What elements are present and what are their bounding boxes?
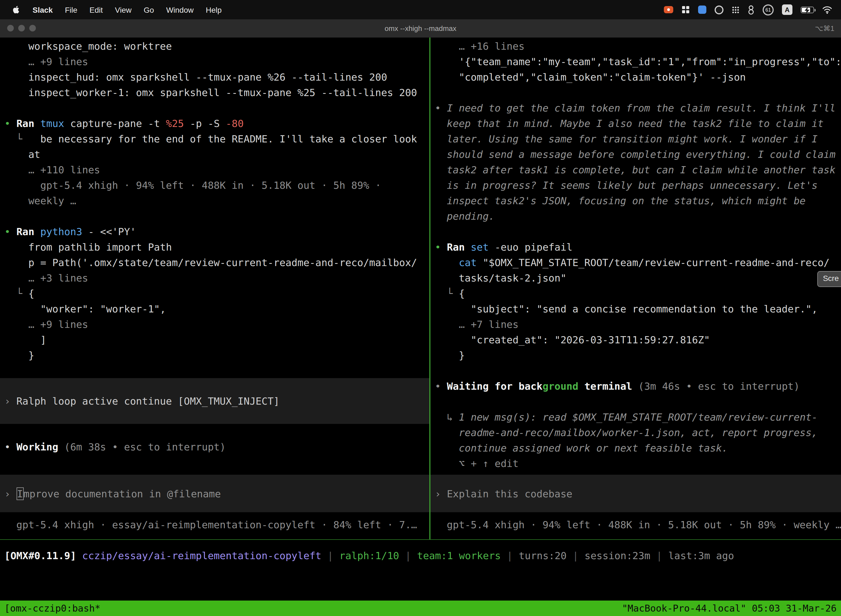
terminal-line: workspace_mode: worktree — [4, 39, 429, 54]
right-pane-output: … +16 lines '{"team_name":"my-team","tas… — [431, 38, 841, 471]
terminal-line: … +7 lines — [435, 317, 841, 332]
terminal-line: is in progress? It seems likely but perh… — [435, 178, 841, 193]
charging-bolt-icon — [804, 6, 810, 13]
terminal-line: … +3 lines — [4, 270, 429, 286]
dark-circle-app-icon[interactable] — [715, 5, 724, 14]
terminal-line: } — [435, 348, 841, 363]
terminal-line: └ { — [435, 286, 841, 301]
left-pane-footer: gpt-5.4 xhigh · essay/ai-reimplementatio… — [4, 517, 417, 532]
chevron-icon: › — [435, 488, 447, 499]
terminal-line: gpt-5.4 xhigh · 94% left · 488K in · 5.1… — [4, 178, 429, 193]
terminal-line — [435, 363, 841, 378]
menu-bar-status: 61 A — [664, 4, 834, 15]
window-shortcut-hint: ⌥⌘1 — [815, 24, 834, 32]
terminal-line: inspect task2's JSON, focusing on the st… — [435, 193, 841, 209]
meter-badge[interactable]: 61 — [763, 4, 774, 15]
terminal-line: "worker": "worker-1", — [4, 301, 429, 317]
left-pane-output: workspace_mode: worktree … +9 lines insp… — [0, 38, 429, 363]
terminal-line: … +110 lines — [4, 162, 429, 178]
terminal-line: continue assigned work or next feasible … — [435, 440, 841, 456]
terminal-line: ⌥ + ↑ edit — [435, 456, 841, 471]
terminal-line: inspect_worker-1: omx sparkshell --tmux-… — [4, 85, 429, 100]
menu-items: FileEditViewGoWindowHelp — [59, 0, 228, 19]
prompt-input-right[interactable]: › Explain this codebase — [431, 475, 841, 512]
window-titlebar: omx --xhigh --madmax ⌥⌘1 — [0, 19, 841, 38]
screen-tooltip: Scre — [817, 271, 841, 287]
terminal-line — [4, 100, 429, 116]
terminal-line: pending. — [435, 209, 841, 224]
menu-bar: Slack FileEditViewGoWindowHelp 61 A — [0, 0, 841, 19]
terminal-line — [4, 209, 429, 224]
omx-hud-status-line: [OMX#0.11.9] cczip/essay/ai-reimplementa… — [4, 548, 734, 563]
apple-menu[interactable] — [7, 0, 26, 19]
apple-icon — [13, 5, 21, 14]
menu-item-go[interactable]: Go — [138, 0, 160, 19]
window-controls — [7, 25, 36, 31]
terminal-line: task2 after task1 is complete, but can I… — [435, 162, 841, 178]
terminal-line: from pathlib import Path — [4, 239, 429, 255]
screen: Slack FileEditViewGoWindowHelp 61 A — [0, 0, 841, 616]
terminal-line: should send a message before completing … — [435, 147, 841, 162]
terminal-line: '{"team_name":"my-team","task_id":"1","f… — [435, 54, 841, 70]
terminal-line: "subject": "send a concise recommendatio… — [435, 301, 841, 317]
inject-banner[interactable]: › Ralph loop active continue [OMX_TMUX_I… — [0, 378, 429, 424]
terminal-line: inspect_hud: omx sparkshell --tmux-pane … — [4, 70, 429, 85]
grid-icon[interactable] — [681, 6, 690, 14]
prompt-placeholder: mprove documentation in @filename — [23, 488, 221, 499]
menu-bar-left: Slack FileEditViewGoWindowHelp — [7, 0, 228, 19]
window-title: omx --xhigh --madmax — [0, 24, 841, 32]
figure-eight-icon[interactable] — [748, 5, 755, 15]
terminal-line: later. Using the same for transition mig… — [435, 131, 841, 147]
terminal-line: p = Path('.omx/state/team/review-current… — [4, 255, 429, 270]
text-cursor: I — [16, 487, 23, 500]
right-pane-footer: gpt-5.4 xhigh · 94% left · 488K in · 5.1… — [435, 517, 841, 532]
terminal-line — [435, 224, 841, 239]
zoom-button[interactable] — [29, 25, 36, 31]
terminal-line — [435, 394, 841, 409]
recording-indicator-icon[interactable] — [664, 6, 673, 13]
terminal-line: • I need to get the claim token from the… — [435, 100, 841, 116]
dots-grid-icon[interactable] — [732, 6, 740, 13]
meter-value: 61 — [765, 7, 771, 12]
terminal-line: cat "$OMX_TEAM_STATE_ROOT/team/review-cu… — [435, 255, 841, 270]
menu-item-window[interactable]: Window — [160, 0, 200, 19]
menu-item-edit[interactable]: Edit — [84, 0, 109, 19]
terminal-line: } — [4, 348, 429, 363]
blue-app-icon[interactable] — [698, 6, 706, 14]
menu-item-help[interactable]: Help — [200, 0, 228, 19]
terminal-panes: workspace_mode: worktree … +9 lines insp… — [0, 38, 841, 539]
wifi-icon[interactable] — [822, 6, 832, 13]
tmux-host-clock: "MacBook-Pro-44.local" 05:03 31-Mar-26 — [622, 601, 837, 616]
terminal-line: … +9 lines — [4, 317, 429, 332]
minimize-button[interactable] — [18, 25, 25, 31]
terminal-line: … +16 lines — [435, 39, 841, 54]
terminal-line: "completed","claim_token":"claim-token"}… — [435, 70, 841, 85]
terminal-line: at — [4, 147, 429, 162]
terminal-line: • Ran tmux capture-pane -t %25 -p -S -80 — [4, 116, 429, 131]
terminal-line: readme-and-reco/mailbox/worker-1.json, a… — [435, 425, 841, 440]
terminal-line: └ { — [4, 286, 429, 301]
chevron-icon: › — [4, 488, 16, 499]
terminal-line: "created_at": "2026-03-31T11:59:27.816Z" — [435, 332, 841, 348]
terminal-line: keep that in mind. Maybe I also need the… — [435, 116, 841, 131]
prompt-placeholder: Explain this codebase — [447, 488, 572, 499]
tmux-status-bar: [omx-cczip0:bash* "MacBook-Pro-44.local"… — [0, 601, 841, 616]
terminal-line: • Waiting for background terminal (3m 46… — [435, 378, 841, 394]
terminal-line: tasks/task-2.json" — [435, 270, 841, 286]
menu-app-name[interactable]: Slack — [26, 0, 59, 19]
terminal-line: • Ran set -euo pipefail — [435, 239, 841, 255]
input-source-badge[interactable]: A — [782, 4, 793, 15]
terminal-line — [435, 85, 841, 100]
pane-horizontal-border — [0, 539, 841, 540]
menu-item-file[interactable]: File — [59, 0, 84, 19]
menu-item-view[interactable]: View — [109, 0, 138, 19]
close-button[interactable] — [7, 25, 14, 31]
terminal-line: ] — [4, 332, 429, 348]
prompt-input-left[interactable]: › Improve documentation in @filename — [0, 475, 429, 512]
chevron-icon: › — [4, 395, 16, 407]
left-terminal-pane[interactable]: workspace_mode: worktree … +9 lines insp… — [0, 38, 429, 539]
battery-nub — [814, 9, 816, 11]
terminal-line: • Ran python3 - <<'PY' — [4, 224, 429, 239]
right-terminal-pane[interactable]: … +16 lines '{"team_name":"my-team","tas… — [431, 38, 841, 539]
battery-icon[interactable] — [801, 6, 814, 13]
